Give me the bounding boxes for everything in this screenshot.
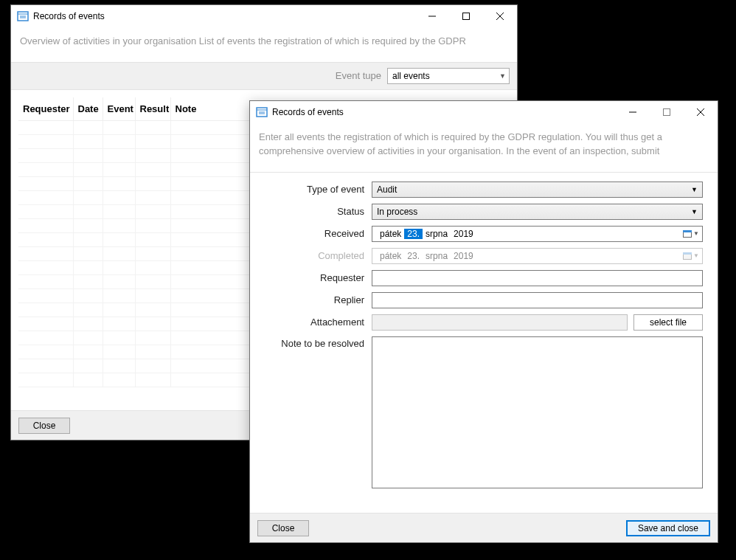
app-icon bbox=[256, 106, 268, 118]
titlebar-back: Records of events bbox=[11, 5, 517, 27]
requester-input[interactable] bbox=[372, 270, 703, 286]
completed-year: 2019 bbox=[451, 251, 476, 261]
save-and-close-button[interactable]: Save and close bbox=[626, 520, 710, 536]
event-form-window: Records of events Enter all events the r… bbox=[249, 100, 718, 543]
footer-front: Close Save and close bbox=[250, 513, 718, 542]
subtitle-text: Enter all events the registration of whi… bbox=[250, 123, 718, 173]
maximize-button[interactable] bbox=[449, 5, 483, 27]
completed-day: 23. bbox=[404, 251, 423, 261]
col-result[interactable]: Result bbox=[135, 97, 170, 121]
status-label: Status bbox=[265, 206, 364, 217]
calendar-icon[interactable]: ▼ bbox=[683, 229, 699, 238]
subtitle-text: Overview of activities in your organisat… bbox=[11, 27, 517, 62]
svg-rect-13 bbox=[664, 109, 670, 116]
window-title: Records of events bbox=[33, 11, 105, 21]
select-file-button[interactable]: select file bbox=[633, 314, 703, 331]
close-window-button[interactable] bbox=[684, 101, 718, 123]
received-dow: pátek bbox=[377, 229, 404, 239]
attachment-label: Attachement bbox=[265, 317, 364, 328]
filter-toolbar: Event tupe all events ▼ bbox=[11, 62, 517, 90]
replier-label: Replier bbox=[265, 294, 364, 305]
received-label: Received bbox=[265, 228, 364, 239]
requester-label: Requester bbox=[265, 272, 364, 283]
close-window-button[interactable] bbox=[483, 5, 517, 27]
received-year: 2019 bbox=[451, 229, 476, 239]
note-textarea[interactable] bbox=[372, 336, 703, 488]
filter-value: all events bbox=[392, 71, 430, 81]
window-title: Records of events bbox=[272, 107, 344, 117]
attachment-path bbox=[372, 314, 628, 331]
type-of-event-label: Type of event bbox=[265, 184, 364, 195]
event-type-filter[interactable]: all events ▼ bbox=[387, 68, 510, 84]
svg-rect-5 bbox=[463, 13, 470, 20]
type-of-event-value: Audit bbox=[377, 184, 397, 195]
completed-dow: pátek bbox=[377, 251, 404, 261]
col-date[interactable]: Date bbox=[73, 97, 103, 121]
maximize-button bbox=[650, 101, 684, 123]
col-requester[interactable]: Requester bbox=[18, 97, 73, 121]
close-button[interactable]: Close bbox=[18, 418, 70, 434]
received-datepicker[interactable]: pátek 23. srpna 2019 ▼ bbox=[372, 226, 703, 242]
received-day: 23. bbox=[404, 229, 423, 239]
close-button[interactable]: Close bbox=[257, 520, 309, 536]
calendar-icon: ▼ bbox=[683, 252, 699, 260]
status-value: In process bbox=[377, 207, 417, 217]
type-of-event-dropdown[interactable]: Audit ▼ bbox=[372, 182, 703, 198]
svg-rect-19 bbox=[684, 253, 692, 255]
chevron-down-icon: ▼ bbox=[691, 186, 698, 193]
app-icon bbox=[17, 10, 29, 22]
event-form: Type of event Audit ▼ Status In process … bbox=[250, 173, 718, 509]
completed-label: Completed bbox=[265, 250, 364, 261]
chevron-down-icon: ▼ bbox=[691, 208, 698, 215]
filter-label: Event tupe bbox=[336, 70, 381, 81]
completed-month: srpna bbox=[423, 251, 451, 261]
chevron-down-icon: ▼ bbox=[499, 72, 506, 80]
minimize-button[interactable] bbox=[616, 101, 650, 123]
status-dropdown[interactable]: In process ▼ bbox=[372, 204, 703, 220]
note-label: Note to be resolved bbox=[265, 336, 364, 349]
titlebar-front: Records of events bbox=[250, 101, 718, 123]
completed-datepicker: pátek 23. srpna 2019 ▼ bbox=[372, 248, 703, 264]
col-event[interactable]: Event bbox=[103, 97, 135, 121]
received-month: srpna bbox=[423, 229, 451, 239]
minimize-button[interactable] bbox=[415, 5, 449, 27]
svg-rect-17 bbox=[684, 231, 692, 232]
replier-input[interactable] bbox=[372, 292, 703, 308]
